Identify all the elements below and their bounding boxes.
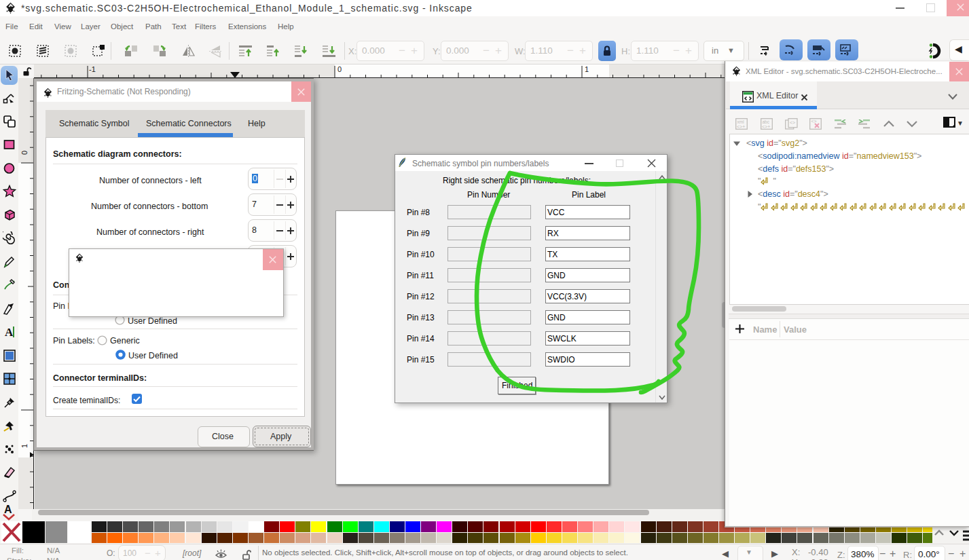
svg-text:abc: abc: [763, 119, 770, 124]
svg-text:A: A: [5, 326, 14, 339]
svg-text:<>+: <>+: [737, 124, 745, 129]
svg-text:<>: <>: [790, 120, 795, 125]
svg-text:xml: xml: [737, 119, 745, 124]
svg-text:<>: <>: [811, 119, 817, 124]
svg-text:<>+: <>+: [762, 124, 770, 129]
